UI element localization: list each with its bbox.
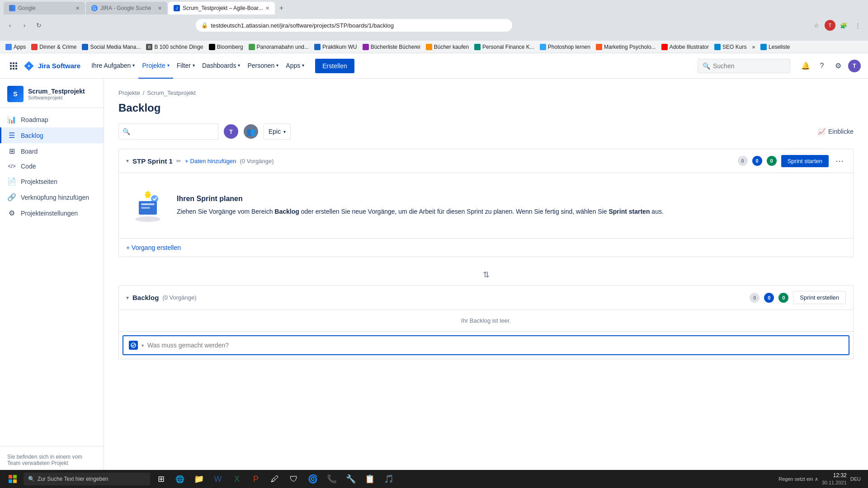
notifications-icon[interactable]: 🔔 xyxy=(799,60,812,72)
bookmarks-apps[interactable]: Apps xyxy=(5,44,26,50)
svg-rect-7 xyxy=(13,68,14,70)
bookmark-dinner-crime[interactable]: Dinner & Crime xyxy=(31,44,76,50)
project-icon: S xyxy=(7,86,24,102)
breadcrumb-current[interactable]: Scrum_Testprojekt xyxy=(147,89,196,96)
taskbar-word[interactable]: W xyxy=(209,470,227,488)
taskbar-app11[interactable]: 🎵 xyxy=(380,470,398,488)
bookmark-adobe[interactable]: Adobe Illustrator xyxy=(661,44,709,50)
bookmark-praktikum[interactable]: Praktikum WU xyxy=(314,44,357,50)
epic-label: Epic xyxy=(269,128,281,135)
bookmark-more[interactable]: » xyxy=(752,44,755,50)
taskbar-app6[interactable]: 🛡 xyxy=(285,470,303,488)
bookmark-panoramabahn[interactable]: Panoramabahn und... xyxy=(249,44,309,50)
nav-item-dashboards[interactable]: Dashboards ▾ xyxy=(198,53,244,79)
taskbar-app10[interactable]: 📋 xyxy=(361,470,379,488)
tab-close-google[interactable]: ✕ xyxy=(75,5,80,11)
bookmark-buecher-kaufen[interactable]: Bücher kaufen xyxy=(426,44,469,50)
sidebar-item-projektseiten[interactable]: 📄 Projektseiten xyxy=(0,174,104,189)
nav-search[interactable]: 🔍 xyxy=(698,59,790,73)
bookmark-photoshop[interactable]: Photoshop lernen xyxy=(540,44,590,50)
content-search-input[interactable] xyxy=(133,128,214,135)
bookmark-leseliste[interactable]: Leseliste xyxy=(760,44,790,50)
sidebar-item-code[interactable]: </> Code xyxy=(0,159,104,174)
sprint-create-button[interactable]: Sprint erstellen xyxy=(793,291,846,304)
bookmark-social-media[interactable]: Social Media Mana... xyxy=(82,44,141,50)
reload-button[interactable]: ↻ xyxy=(33,19,45,32)
tab-jira-search[interactable]: G JIRA - Google Suche ✕ xyxy=(86,2,167,14)
svg-rect-0 xyxy=(10,62,12,64)
taskbar-powerpoint[interactable]: P xyxy=(247,470,265,488)
taskbar-chrome[interactable]: 🌀 xyxy=(304,470,322,488)
sidebar-label-projektseiten: Projektseiten xyxy=(21,178,57,185)
nav-item-personen[interactable]: Personen ▾ xyxy=(244,53,282,79)
sprint-empty-heading: Ihren Sprint planen xyxy=(177,195,664,203)
search-input[interactable] xyxy=(713,62,785,70)
content-search-box[interactable]: 🔍 xyxy=(118,123,218,140)
taskbar-app9[interactable]: 🔧 xyxy=(342,470,360,488)
bookmark-buecherliste[interactable]: Bücherliste Bücherei xyxy=(363,44,420,50)
bookmark-marketing[interactable]: Marketing Psycholo... xyxy=(596,44,656,50)
add-issue-button[interactable]: + Vorgang erstellen xyxy=(119,238,853,257)
forward-button[interactable]: › xyxy=(18,19,31,32)
tab-label-jira-board: Scrum_Testprojekt – Agile-Boar... xyxy=(183,5,263,11)
bookmark-bloomberg[interactable]: Bloomberg xyxy=(209,44,243,50)
bookmark-100-dinge[interactable]: B B 100 schöne Dinge xyxy=(146,44,203,50)
create-button[interactable]: Erstellen xyxy=(315,59,354,73)
breadcrumb-projekte[interactable]: Projekte xyxy=(118,89,140,96)
bookmark-icon[interactable]: ☆ xyxy=(810,19,823,32)
sprint-start-button[interactable]: Sprint starten xyxy=(781,155,829,167)
new-tab-button[interactable]: + xyxy=(276,3,287,14)
taskbar-search[interactable]: 🔍 Zur Suche Text hier eingeben xyxy=(24,473,150,485)
sidebar-item-board[interactable]: ⊞ Board xyxy=(0,143,104,159)
einblicke-button[interactable]: 📈 Einblicke xyxy=(818,128,854,135)
sidebar-item-roadmap[interactable]: 📊 Roadmap xyxy=(0,112,104,127)
nav-item-filter[interactable]: Filter ▾ xyxy=(173,53,198,79)
help-icon[interactable]: ? xyxy=(816,60,828,72)
bookmark-seo[interactable]: SEO Kurs xyxy=(714,44,746,50)
taskbar-explorer[interactable]: 📁 xyxy=(190,470,208,488)
extension-icon[interactable]: 🧩 xyxy=(837,19,850,32)
tab-close-jira-search[interactable]: ✕ xyxy=(158,5,162,11)
nav-item-aufgaben[interactable]: Ihre Aufgaben ▾ xyxy=(88,53,138,79)
jira-logo[interactable]: Jira Software xyxy=(24,61,80,71)
address-bar[interactable]: 🔒 testdeutsch1.atlassian.net/jira/softwa… xyxy=(196,19,512,32)
back-button[interactable]: ‹ xyxy=(4,19,16,32)
profile-icon[interactable]: T xyxy=(825,20,835,31)
user-avatar[interactable]: T xyxy=(848,60,861,72)
start-button[interactable] xyxy=(4,470,22,488)
sidebar-item-backlog[interactable]: ☰ Backlog xyxy=(0,127,104,143)
settings-icon[interactable]: ⚙ xyxy=(832,60,844,72)
issue-type-chevron[interactable]: ▾ xyxy=(142,343,144,348)
waffle-menu-icon[interactable] xyxy=(7,60,20,72)
sidebar-item-settings[interactable]: ⚙ Projekteinstellungen xyxy=(0,205,104,221)
tab-google[interactable]: G Google ✕ xyxy=(4,2,85,14)
more-options-icon[interactable]: ⋮ xyxy=(852,19,864,32)
create-issue-input[interactable] xyxy=(147,342,843,349)
group-avatar-icon[interactable]: 👥 xyxy=(244,124,258,139)
browser-actions: ☆ T 🧩 ⋮ xyxy=(810,19,864,32)
sprint-add-data[interactable]: + Daten hinzufügen xyxy=(185,158,236,164)
taskbar-task-view[interactable]: ⊞ xyxy=(152,470,170,488)
taskbar-app8[interactable]: 📞 xyxy=(323,470,341,488)
main-content: Projekte / Scrum_Testprojekt Backlog 🔍 T… xyxy=(104,79,868,483)
taskbar-excel[interactable]: X xyxy=(228,470,246,488)
bookmark-personal-finance[interactable]: Personal Finance K... xyxy=(474,44,534,50)
sidebar-label-board: Board xyxy=(21,148,38,155)
assignee-avatar[interactable]: T xyxy=(224,124,238,139)
taskbar-edge-browser[interactable]: 🌐 xyxy=(171,470,189,488)
sprint-edit-icon[interactable]: ✏ xyxy=(176,158,181,164)
tab-close-jira-board[interactable]: ✕ xyxy=(265,5,269,11)
tab-jira-board[interactable]: J Scrum_Testprojekt – Agile-Boar... ✕ xyxy=(168,2,275,14)
create-issue-row[interactable]: ▾ xyxy=(123,335,849,355)
sidebar-item-add-link[interactable]: 🔗 Verknüpfung hinzufügen xyxy=(0,189,104,205)
epic-dropdown[interactable]: Epic ▾ xyxy=(264,123,291,140)
nav-item-apps[interactable]: Apps ▾ xyxy=(282,53,308,79)
nav-item-projekte[interactable]: Projekte ▾ xyxy=(138,53,173,79)
backlog-chevron-icon[interactable]: ▾ xyxy=(126,295,129,301)
taskbar-app5[interactable]: 🖊 xyxy=(266,470,284,488)
sprint-name: STP Sprint 1 xyxy=(132,157,173,165)
sprint-more-button[interactable]: ⋯ xyxy=(833,155,846,167)
sprint-badge-green: 0 xyxy=(767,156,777,166)
sprint-chevron-icon[interactable]: ▾ xyxy=(126,158,129,164)
taskbar: 🔍 Zur Suche Text hier eingeben ⊞ 🌐 📁 W X… xyxy=(0,470,868,488)
